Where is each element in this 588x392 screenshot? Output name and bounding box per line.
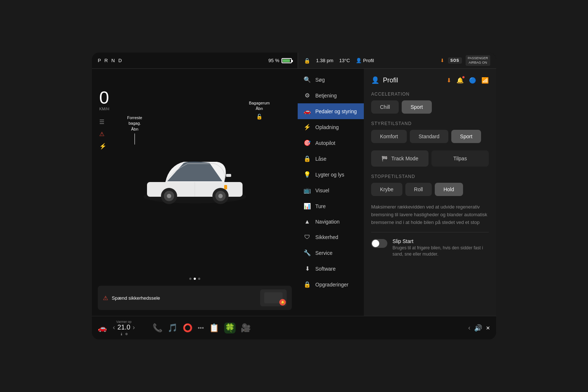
search-icon: 🔍	[304, 76, 311, 83]
menu-item-software[interactable]: ⬇ Software	[298, 261, 364, 277]
steering-standard-btn[interactable]: Standard	[410, 130, 448, 143]
svg-rect-9	[226, 174, 231, 177]
steering-section: Styretilstand Komfort Standard Sport	[371, 121, 489, 143]
download-icon: ⬇	[440, 58, 444, 63]
divider-1	[371, 232, 489, 232]
service-icon: 🔧	[304, 249, 311, 256]
signal-icon: 📶	[481, 77, 489, 84]
software-icon: ⬇	[304, 265, 311, 272]
security-icon: 🛡	[304, 234, 311, 240]
mute-btn[interactable]: ✕	[486, 325, 490, 331]
settings-icon: ⚙	[304, 92, 311, 99]
menu-item-opgraderinger[interactable]: 🔒 Opgraderinger	[298, 277, 364, 292]
app1-btn[interactable]: 📋	[209, 323, 219, 333]
settings-header: 👤 Profil ⬇ 🔔 🔵 📶	[371, 76, 489, 84]
steering-komfort-btn[interactable]: Komfort	[371, 130, 407, 143]
dot-3[interactable]	[198, 278, 200, 280]
menu-item-visuel[interactable]: 📺 Visuel	[298, 182, 364, 198]
svg-point-4	[167, 194, 171, 198]
battery-icon	[282, 58, 292, 63]
nav-temp: 13°C	[339, 58, 350, 63]
media-btn[interactable]: ⭕	[183, 323, 193, 333]
phone-btn[interactable]: 📞	[153, 323, 162, 333]
settings-icons: ⬇ 🔔 🔵 📶	[447, 77, 489, 84]
stop-roll-btn[interactable]: Roll	[405, 183, 432, 196]
lock-icon-menu: 🔒	[304, 155, 311, 162]
menu-item-lygter[interactable]: 💡 Lygter og lys	[298, 167, 364, 182]
alert-thumbnail[interactable]: 🔔	[260, 289, 287, 306]
dot-1[interactable]	[189, 278, 191, 280]
car-display-area: Forrestebagag.Åbn BagagerumÅbn 🔓	[98, 75, 292, 275]
more-btn[interactable]: •••	[198, 325, 204, 331]
menu-item-navigation[interactable]: ▲ Navigation	[298, 214, 364, 229]
acceleration-chill-btn[interactable]: Chill	[371, 100, 399, 114]
prnd-display: P R N D	[98, 58, 123, 63]
spotify-btn[interactable]: 🎵	[168, 323, 178, 333]
dot-2[interactable]	[194, 278, 196, 280]
lights-icon: 💡	[304, 171, 311, 178]
profile-icon: 👤	[356, 58, 362, 63]
alert-bar[interactable]: ⚠ Spænd sikkerhedssele 🔔	[98, 286, 292, 310]
svg-rect-8	[224, 185, 227, 189]
nav-time: 1.38 pm	[316, 58, 333, 63]
upgrades-icon: 🔒	[304, 281, 311, 288]
car-icon: 🚗	[304, 108, 311, 115]
stop-hold-btn[interactable]: Hold	[435, 183, 463, 196]
prev-track-btn[interactable]: ‹	[468, 324, 470, 332]
temp-label: Varmer op	[116, 320, 131, 324]
forreste-label: Forrestebagag.Åbn	[127, 115, 142, 132]
temp-decrease-btn[interactable]: ‹	[113, 324, 115, 331]
menu-item-autopilot[interactable]: 🎯 Autopilot	[298, 135, 364, 151]
bluetooth-icon: 🔵	[469, 77, 476, 84]
app3-btn[interactable]: 🎥	[241, 323, 251, 333]
app2-btn[interactable]: 🍀	[224, 322, 236, 334]
acceleration-btn-group: Chill Sport	[371, 100, 489, 114]
settings-title: Profil	[383, 76, 398, 84]
stop-section: Stoppetilstand Krybe Roll Hold Maksimere…	[371, 174, 489, 226]
alert-text: Spænd sikkerhedssele	[112, 295, 160, 301]
stop-description: Maksimerer rækkevidden ved at udvide reg…	[371, 203, 489, 226]
trips-icon: 📊	[304, 203, 311, 210]
acceleration-label: Acceleration	[371, 92, 489, 97]
menu-item-betjening[interactable]: ⚙ Betjening	[298, 88, 364, 103]
stop-btn-group: Krybe Roll Hold	[371, 183, 489, 196]
tilpas-button[interactable]: Tilpas	[431, 150, 489, 167]
track-tilpas-row: 🏁 Track Mode Tilpas	[371, 150, 489, 167]
carousel-dots	[98, 275, 292, 283]
stop-krybe-btn[interactable]: Krybe	[371, 183, 402, 196]
car-taskbar-icon[interactable]: 🚗	[98, 324, 107, 332]
slip-start-label: Slip Start	[392, 238, 489, 244]
slip-start-info: Slip Start Bruges til at frigøre bilen, …	[392, 238, 489, 257]
download-orange-icon: ⬇	[447, 77, 451, 84]
main-screen: P R N D 95 % 🔒 1.38 pm 13°C 👤 Profil ⬇	[92, 53, 496, 339]
acceleration-section: Acceleration Chill Sport	[371, 92, 489, 114]
menu-item-sikkerhed[interactable]: 🛡 Sikkerhed	[298, 229, 364, 245]
temp-value: 21.0	[116, 324, 131, 331]
acceleration-sport-btn[interactable]: Sport	[402, 100, 431, 114]
lock-icon: 🔒	[304, 58, 310, 64]
car-illustration	[136, 142, 254, 208]
menu-item-soeg[interactable]: 🔍 Søg	[298, 72, 364, 88]
display-icon: 📺	[304, 187, 311, 194]
track-mode-button[interactable]: 🏁 Track Mode	[371, 150, 429, 167]
sos-button[interactable]: SOS	[448, 57, 462, 64]
volume-icon[interactable]: 🔊	[474, 324, 482, 332]
left-panel: 0 KM/H ☰ ⚠ ⚡ Forrestebagag.Åbn Bagagerum…	[92, 69, 298, 316]
slip-start-toggle[interactable]	[371, 239, 387, 248]
bagagerum-label: BagagerumÅbn	[249, 100, 270, 112]
menu-item-laase[interactable]: 🔒 Låse	[298, 151, 364, 167]
steering-label: Styretilstand	[371, 121, 489, 126]
profile-icon-header: 👤	[371, 76, 379, 84]
menu-item-pedaler[interactable]: 🚗 Pedaler og styring	[298, 103, 364, 119]
sidebar-menu: 🔍 Søg ⚙ Betjening 🚗 Pedaler og styring ⚡…	[298, 69, 364, 316]
temp-increase-btn[interactable]: ›	[133, 324, 135, 331]
menu-item-service[interactable]: 🔧 Service	[298, 245, 364, 261]
navigation-icon: ▲	[304, 218, 311, 225]
menu-item-opladning[interactable]: ⚡ Opladning	[298, 119, 364, 135]
autopilot-icon: 🎯	[304, 139, 311, 146]
svg-point-7	[218, 194, 223, 198]
alert-warning-icon: ⚠	[103, 295, 108, 302]
track-mode-icon: 🏁	[381, 156, 388, 161]
steering-sport-btn[interactable]: Sport	[451, 130, 481, 143]
menu-item-ture[interactable]: 📊 Ture	[298, 198, 364, 214]
